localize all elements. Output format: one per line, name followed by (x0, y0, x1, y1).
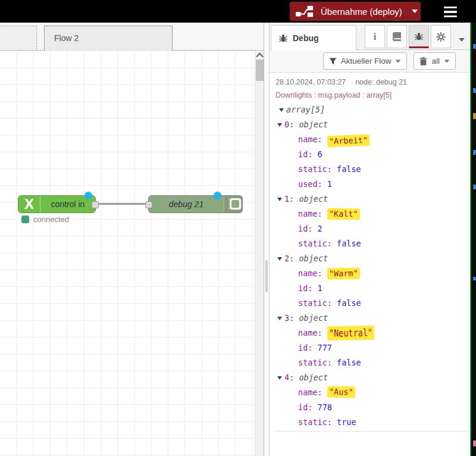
json-type: object (299, 373, 328, 382)
deploy-icon (296, 4, 314, 18)
partial-flow-tab (0, 26, 37, 50)
collapse-arrow-icon[interactable] (277, 198, 282, 201)
node-status: connected (21, 215, 69, 224)
node-label: debug 21 (149, 199, 224, 209)
config-tab-button[interactable] (431, 25, 451, 48)
wire[interactable] (96, 203, 151, 205)
debug-field-row: name: "Neutral" (275, 326, 470, 341)
sidebar-header: Debug i (270, 23, 470, 50)
json-value: "Aus" (327, 386, 355, 398)
debug-field-row: used: 1 (275, 177, 470, 192)
node-control-in[interactable]: X control in (18, 195, 96, 213)
bug-icon (278, 33, 288, 43)
debug-item-row: 3: object (275, 311, 470, 326)
json-type: object (299, 254, 328, 263)
output-port[interactable] (92, 201, 99, 208)
debug-tab-button[interactable] (409, 25, 429, 48)
json-key: used: (298, 179, 322, 189)
collapse-arrow-icon[interactable] (277, 376, 282, 380)
json-index: 0: (284, 120, 294, 129)
more-tabs-caret-icon[interactable] (459, 33, 465, 44)
json-value: "Warm" (327, 267, 360, 279)
debug-field-row: name: "Aus" (275, 385, 470, 400)
sidebar-title: Debug (293, 33, 319, 43)
deploy-label: Übernahme (deploy) (321, 7, 402, 17)
json-key: static: (298, 239, 332, 248)
message-meta: 28.10.2024, 07:03:27node: debug 21 (275, 77, 470, 87)
clear-messages-button[interactable]: all (414, 52, 456, 70)
json-value: false (337, 358, 361, 367)
clear-scope-label: all (431, 57, 440, 65)
help-tab-button[interactable] (387, 25, 407, 48)
sidebar-tab-buttons: i (365, 25, 451, 48)
debug-field-row: id: 777 (275, 341, 470, 355)
deploy-options-caret-icon[interactable] (412, 10, 418, 13)
json-value: "Neutral" (327, 326, 375, 341)
sidebar-divider[interactable] (264, 23, 269, 456)
json-value: 1 (318, 283, 322, 293)
debug-field-row: static: true (275, 415, 470, 430)
debug-enable-toggle-button[interactable] (228, 197, 242, 211)
input-port[interactable] (145, 201, 152, 208)
debug-item-row: 1: object (275, 192, 470, 207)
json-tree: array[5] 0: objectname: "Arbeit"id: 6sta… (275, 102, 470, 430)
debug-field-row: name: "Warm" (275, 266, 470, 281)
status-text: connected (33, 215, 69, 224)
json-key: static: (298, 417, 332, 427)
json-key: id: (298, 283, 312, 293)
json-value: true (337, 417, 356, 427)
scroll-up-arrow-icon[interactable] (255, 51, 264, 60)
json-value: 6 (318, 149, 322, 159)
root-type-label: array[5] (286, 105, 325, 114)
json-index: 4: (284, 373, 294, 382)
json-key: id: (298, 343, 312, 352)
tab-debug[interactable]: Debug (271, 25, 356, 51)
scrollbar-thumb[interactable] (256, 60, 264, 81)
book-icon (393, 32, 401, 41)
debug-field-row: id: 1 (275, 281, 470, 296)
json-value: 2 (318, 224, 322, 233)
deploy-button[interactable]: Übernahme (deploy) (290, 2, 421, 21)
json-key: static: (298, 358, 332, 367)
filter-caret-icon (396, 60, 401, 63)
main-menu-button[interactable] (441, 4, 459, 20)
json-key: id: (298, 402, 312, 412)
info-tab-button[interactable]: i (365, 25, 385, 48)
canvas-vertical-scrollbar[interactable] (255, 51, 264, 456)
json-value: 777 (318, 343, 332, 352)
json-value: "Arbeit" (327, 135, 370, 147)
json-value: 1 (327, 179, 332, 189)
sidebar-scrollbar-thumb[interactable] (265, 260, 268, 292)
collapse-arrow-icon[interactable] (277, 317, 282, 320)
collapse-arrow-icon[interactable] (277, 257, 282, 261)
debug-field-row: name: "Kalt" (275, 207, 470, 221)
debug-toolbar: Aktueller Flow all (270, 50, 470, 73)
debug-message-list: 28.10.2024, 07:03:27node: debug 21 Downl… (270, 73, 470, 432)
debug-field-row: name: "Arbeit" (275, 132, 470, 147)
json-index: 3: (284, 313, 294, 323)
filter-button[interactable]: Aktueller Flow (323, 52, 408, 70)
xcomfort-icon: X (18, 196, 40, 213)
gear-icon (436, 32, 446, 42)
json-value: false (337, 239, 361, 248)
debug-sidebar: Debug i (269, 23, 470, 456)
clear-scope-caret-icon (444, 60, 450, 63)
status-dot-icon (21, 215, 29, 223)
debug-field-row: static: false (275, 162, 470, 177)
debug-message[interactable]: 28.10.2024, 07:03:27node: debug 21 Downl… (275, 77, 470, 432)
json-index: 2: (284, 254, 294, 263)
tab-flow-2[interactable]: Flow 2 (44, 26, 173, 51)
flow-tab-bar: Flow 2 + (0, 23, 264, 51)
json-value: false (337, 164, 361, 174)
debug-field-row: static: false (275, 236, 470, 251)
debug-item-row: 0: object (275, 117, 470, 132)
json-value: "Kalt" (327, 208, 360, 220)
collapse-arrow-icon[interactable] (277, 123, 282, 127)
flow-canvas[interactable]: X control in connected debug 21 (0, 51, 264, 456)
collapse-arrow-icon[interactable] (279, 108, 284, 112)
changed-indicator-icon (84, 192, 92, 199)
debug-field-row: id: 778 (275, 400, 470, 415)
debug-field-row: static: false (275, 296, 470, 311)
json-key: id: (298, 149, 312, 159)
debug-array-root-row: array[5] (275, 102, 470, 117)
